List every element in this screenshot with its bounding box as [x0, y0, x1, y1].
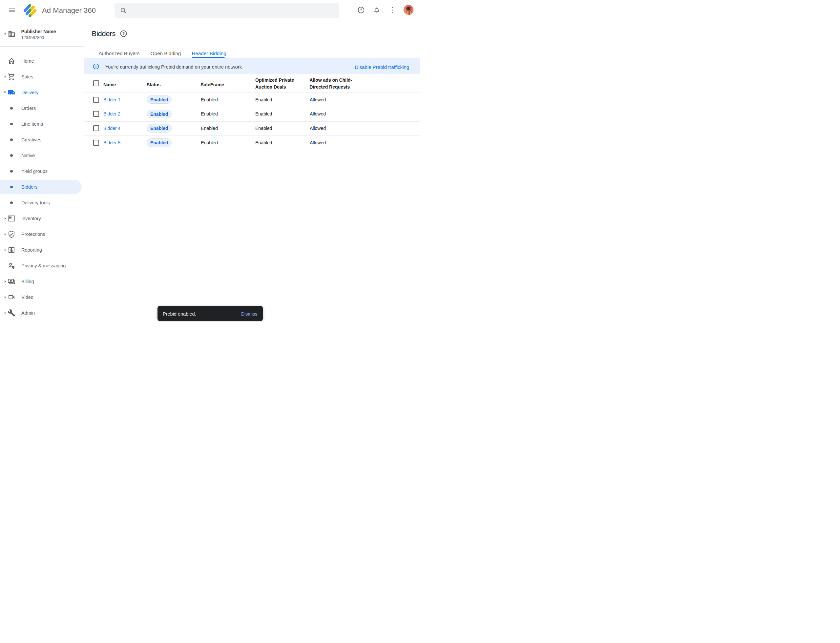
svg-text:?: ?	[123, 31, 125, 36]
svg-text:?: ?	[360, 8, 362, 12]
